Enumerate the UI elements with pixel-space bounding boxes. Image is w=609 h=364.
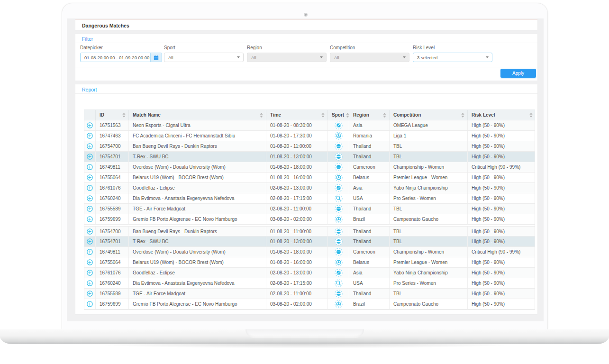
table-row[interactable]: 16760240Dia Evtimova - Anastasia Evgenye… <box>84 193 535 204</box>
match-competition: Pro Series - Women <box>390 193 468 203</box>
risk-level: High (50 - 90%) <box>468 299 536 309</box>
sport-cell <box>328 237 349 246</box>
table-row[interactable]: 16754700Ban Bueng Devil Rays - Dunkin Ra… <box>84 226 535 237</box>
table-row[interactable]: 16759699Gremio FB Porto Alegrense - EC N… <box>84 299 535 309</box>
expand-row-button[interactable] <box>84 214 96 224</box>
match-id: 16761076 <box>96 183 129 193</box>
match-time: 02-08-20 - 11:00:00 <box>266 204 328 214</box>
expand-row-button[interactable] <box>84 299 96 309</box>
chevron-down-icon <box>403 56 406 58</box>
table-row[interactable]: 16755589TGE - Air Force Madgoat02-08-20 … <box>84 204 535 214</box>
risk-level: High (50 - 90%) <box>468 173 536 182</box>
table-row[interactable]: 16759699Gremio FB Porto Alegrense - EC N… <box>84 214 535 225</box>
plus-circle-icon <box>87 216 93 222</box>
expand-row-button[interactable] <box>84 183 96 193</box>
expand-row-button[interactable] <box>84 152 96 162</box>
match-name: Belarus U19 (Wom) - BOCOR Brest (Wom) <box>129 257 266 267</box>
table-row[interactable]: 16749811Overdose (Wom) - Douala Universi… <box>84 162 535 173</box>
match-id: 16755064 <box>96 173 129 182</box>
match-id: 16749811 <box>96 162 129 172</box>
expand-row-button[interactable] <box>84 120 96 130</box>
expand-row-button[interactable] <box>84 193 96 203</box>
plus-circle-icon <box>87 259 93 265</box>
sort-arrows-icon <box>122 113 126 118</box>
match-time: 01-08-20 - 16:00:00 <box>266 257 328 267</box>
expand-row-button[interactable] <box>84 247 96 257</box>
sport-select[interactable]: All <box>164 53 244 62</box>
table-row[interactable]: 16755589TGE - Air Force Madgoat02-08-20 … <box>84 289 535 299</box>
match-time: 02-08-20 - 13:00:00 <box>266 183 328 193</box>
match-id: 16755064 <box>96 257 129 267</box>
expand-row-button[interactable] <box>84 204 96 214</box>
table-row[interactable]: 16754701T-Rex - SWU BC01-08-20 - 13:00:0… <box>84 152 535 162</box>
table-row[interactable]: 16749811Overdose (Wom) - Douala Universi… <box>84 247 535 257</box>
match-name: Dia Evtimova - Anastasia Evgenyevna Nefe… <box>129 278 266 288</box>
datepicker-input[interactable]: 01-08-20 00:00 - 01-09-20 00:00 <box>80 53 162 62</box>
apply-button[interactable]: Apply <box>500 69 536 78</box>
datepicker-field: Datepicker 01-08-20 00:00 - 01-09-20 00:… <box>80 45 162 62</box>
calendar-button[interactable] <box>150 53 162 62</box>
match-name: Goodfellaz - Eclipse <box>129 268 266 278</box>
competition-select[interactable]: All <box>330 53 409 62</box>
app-titlebar: Dangerous Matches <box>75 19 537 30</box>
match-time: 01-08-20 - 13:00:00 <box>266 152 328 162</box>
plus-circle-icon <box>87 164 93 170</box>
column-header-sport[interactable]: Sport <box>328 110 349 120</box>
column-header-id[interactable]: ID <box>96 110 129 120</box>
match-name: Ban Bueng Devil Rays - Dunkin Raptors <box>129 141 266 151</box>
expand-row-button[interactable] <box>84 227 96 236</box>
laptop-screen: Dangerous Matches Filter Datepicker 01-0… <box>62 3 548 329</box>
match-competition: Premier League - Women <box>390 173 468 182</box>
match-time: 01-08-20 - 16:00:00 <box>266 173 328 182</box>
match-id: 16761076 <box>96 268 129 278</box>
region-field: Region All <box>247 45 327 62</box>
expand-row-button[interactable] <box>84 289 96 299</box>
column-header-risk-level[interactable]: Risk Level <box>468 110 536 120</box>
match-id: 16751563 <box>96 120 129 130</box>
table-row[interactable]: 16754700Ban Bueng Devil Rays - Dunkin Ra… <box>84 141 535 152</box>
table-row[interactable]: 16747463FC Academica Clinceni - FC Herma… <box>84 131 535 141</box>
soccer-icon <box>335 173 343 182</box>
table-row[interactable]: 16755064Belarus U19 (Wom) - BOCOR Brest … <box>84 173 535 183</box>
match-competition: TBL <box>390 227 468 236</box>
expand-row-button[interactable] <box>84 173 96 182</box>
sport-cell <box>328 141 349 151</box>
table-row[interactable]: 16751563Neon Esports - Cignal Ultra01-08… <box>84 120 535 131</box>
column-header-region[interactable]: Region <box>349 110 390 120</box>
expand-row-button[interactable] <box>84 237 96 246</box>
filter-section-title: Filter <box>82 36 93 42</box>
match-id: 16754700 <box>96 227 129 236</box>
soccer-icon <box>335 215 343 223</box>
match-time: 03-08-20 - 02:00:00 <box>266 214 328 224</box>
region-select[interactable]: All <box>247 53 327 62</box>
table-row[interactable]: 16754701T-Rex - SWU BC01-08-20 - 13:00:0… <box>84 237 535 247</box>
expand-row-button[interactable] <box>84 268 96 278</box>
table-row[interactable]: 16755064Belarus U19 (Wom) - BOCOR Brest … <box>84 257 535 268</box>
expand-row-button[interactable] <box>84 141 96 151</box>
sport-cell <box>328 247 349 257</box>
plus-circle-icon <box>87 185 93 191</box>
match-name: Ban Bueng Devil Rays - Dunkin Raptors <box>129 227 266 236</box>
sort-arrows-icon <box>529 113 533 118</box>
column-header-competition[interactable]: Competition <box>390 110 468 120</box>
risk-level: High (50 - 90%) <box>468 193 536 203</box>
match-region: Asia <box>349 183 390 193</box>
expand-row-button[interactable] <box>84 257 96 267</box>
match-region: Belarus <box>349 257 390 267</box>
region-label: Region <box>247 45 327 50</box>
sort-arrows-icon <box>383 113 386 118</box>
laptop-shadow <box>14 344 595 350</box>
table-row[interactable]: 16761076Goodfellaz - Eclipse02-08-20 - 1… <box>84 268 535 278</box>
column-header-match-name[interactable]: Match Name <box>129 110 266 120</box>
table-row[interactable]: 16761076Goodfellaz - Eclipse02-08-20 - 1… <box>84 183 535 193</box>
risk-level: High (50 - 90%) <box>468 214 536 224</box>
expand-row-button[interactable] <box>84 162 96 172</box>
sport-label: Sport <box>164 45 244 50</box>
expand-row-button[interactable] <box>84 131 96 141</box>
risk-level-select[interactable]: 3 selected <box>413 53 492 62</box>
risk-level: Critical High (90 - 99%) <box>468 247 536 257</box>
expand-row-button[interactable] <box>84 278 96 288</box>
table-row[interactable]: 16760240Dia Evtimova - Anastasia Evgenye… <box>84 278 535 289</box>
column-header-time[interactable]: Time <box>266 110 328 120</box>
plus-circle-icon <box>87 122 93 128</box>
